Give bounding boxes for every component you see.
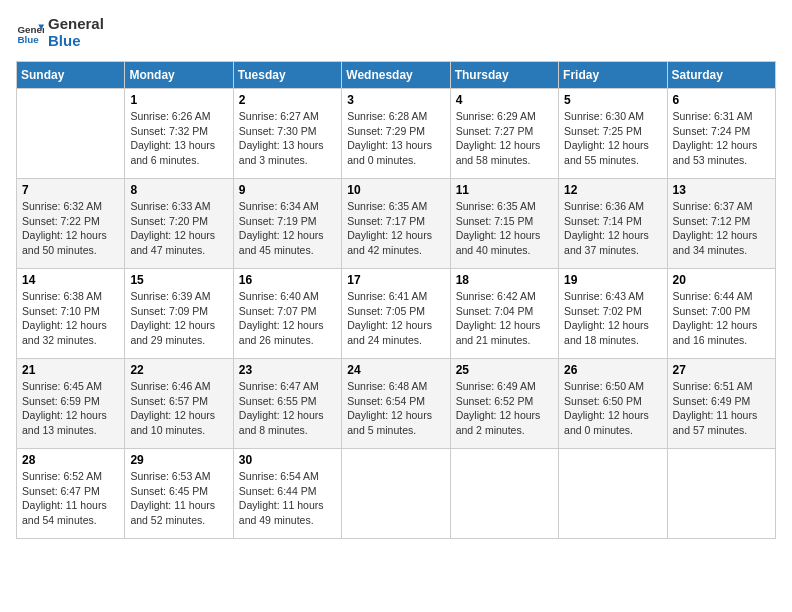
calendar-cell: 24Sunrise: 6:48 AMSunset: 6:54 PMDayligh… [342,359,450,449]
calendar-table: SundayMondayTuesdayWednesdayThursdayFrid… [16,61,776,539]
week-row-2: 7Sunrise: 6:32 AMSunset: 7:22 PMDaylight… [17,179,776,269]
day-number: 6 [673,93,770,107]
calendar-cell [667,449,775,539]
day-number: 10 [347,183,444,197]
cell-info: Sunrise: 6:33 AMSunset: 7:20 PMDaylight:… [130,199,227,258]
cell-info: Sunrise: 6:32 AMSunset: 7:22 PMDaylight:… [22,199,119,258]
calendar-cell: 21Sunrise: 6:45 AMSunset: 6:59 PMDayligh… [17,359,125,449]
day-number: 20 [673,273,770,287]
day-number: 19 [564,273,661,287]
cell-info: Sunrise: 6:31 AMSunset: 7:24 PMDaylight:… [673,109,770,168]
week-row-4: 21Sunrise: 6:45 AMSunset: 6:59 PMDayligh… [17,359,776,449]
calendar-cell: 19Sunrise: 6:43 AMSunset: 7:02 PMDayligh… [559,269,667,359]
cell-info: Sunrise: 6:30 AMSunset: 7:25 PMDaylight:… [564,109,661,168]
cell-info: Sunrise: 6:35 AMSunset: 7:15 PMDaylight:… [456,199,553,258]
cell-info: Sunrise: 6:36 AMSunset: 7:14 PMDaylight:… [564,199,661,258]
calendar-body: 1Sunrise: 6:26 AMSunset: 7:32 PMDaylight… [17,89,776,539]
calendar-cell [17,89,125,179]
day-number: 24 [347,363,444,377]
calendar-cell: 23Sunrise: 6:47 AMSunset: 6:55 PMDayligh… [233,359,341,449]
calendar-cell: 12Sunrise: 6:36 AMSunset: 7:14 PMDayligh… [559,179,667,269]
cell-info: Sunrise: 6:47 AMSunset: 6:55 PMDaylight:… [239,379,336,438]
cell-info: Sunrise: 6:29 AMSunset: 7:27 PMDaylight:… [456,109,553,168]
cell-info: Sunrise: 6:40 AMSunset: 7:07 PMDaylight:… [239,289,336,348]
header-row: SundayMondayTuesdayWednesdayThursdayFrid… [17,62,776,89]
day-number: 14 [22,273,119,287]
logo-blue: Blue [48,33,104,50]
calendar-cell [342,449,450,539]
calendar-cell: 14Sunrise: 6:38 AMSunset: 7:10 PMDayligh… [17,269,125,359]
calendar-cell: 3Sunrise: 6:28 AMSunset: 7:29 PMDaylight… [342,89,450,179]
calendar-cell [559,449,667,539]
calendar-cell: 30Sunrise: 6:54 AMSunset: 6:44 PMDayligh… [233,449,341,539]
cell-info: Sunrise: 6:44 AMSunset: 7:00 PMDaylight:… [673,289,770,348]
day-number: 11 [456,183,553,197]
day-number: 3 [347,93,444,107]
cell-info: Sunrise: 6:28 AMSunset: 7:29 PMDaylight:… [347,109,444,168]
day-number: 8 [130,183,227,197]
calendar-cell: 11Sunrise: 6:35 AMSunset: 7:15 PMDayligh… [450,179,558,269]
cell-info: Sunrise: 6:53 AMSunset: 6:45 PMDaylight:… [130,469,227,528]
calendar-cell: 13Sunrise: 6:37 AMSunset: 7:12 PMDayligh… [667,179,775,269]
cell-info: Sunrise: 6:52 AMSunset: 6:47 PMDaylight:… [22,469,119,528]
cell-info: Sunrise: 6:42 AMSunset: 7:04 PMDaylight:… [456,289,553,348]
day-number: 18 [456,273,553,287]
calendar-cell [450,449,558,539]
cell-info: Sunrise: 6:48 AMSunset: 6:54 PMDaylight:… [347,379,444,438]
svg-text:Blue: Blue [17,33,39,44]
calendar-cell: 20Sunrise: 6:44 AMSunset: 7:00 PMDayligh… [667,269,775,359]
cell-info: Sunrise: 6:26 AMSunset: 7:32 PMDaylight:… [130,109,227,168]
calendar-cell: 18Sunrise: 6:42 AMSunset: 7:04 PMDayligh… [450,269,558,359]
header-saturday: Saturday [667,62,775,89]
day-number: 21 [22,363,119,377]
cell-info: Sunrise: 6:27 AMSunset: 7:30 PMDaylight:… [239,109,336,168]
cell-info: Sunrise: 6:34 AMSunset: 7:19 PMDaylight:… [239,199,336,258]
day-number: 1 [130,93,227,107]
calendar-cell: 5Sunrise: 6:30 AMSunset: 7:25 PMDaylight… [559,89,667,179]
logo-icon: General Blue [16,19,44,47]
calendar-cell: 9Sunrise: 6:34 AMSunset: 7:19 PMDaylight… [233,179,341,269]
day-number: 22 [130,363,227,377]
header-wednesday: Wednesday [342,62,450,89]
cell-info: Sunrise: 6:45 AMSunset: 6:59 PMDaylight:… [22,379,119,438]
day-number: 17 [347,273,444,287]
logo: General Blue General Blue [16,16,104,49]
day-number: 29 [130,453,227,467]
day-number: 9 [239,183,336,197]
header-sunday: Sunday [17,62,125,89]
calendar-cell: 25Sunrise: 6:49 AMSunset: 6:52 PMDayligh… [450,359,558,449]
header-monday: Monday [125,62,233,89]
calendar-cell: 29Sunrise: 6:53 AMSunset: 6:45 PMDayligh… [125,449,233,539]
week-row-3: 14Sunrise: 6:38 AMSunset: 7:10 PMDayligh… [17,269,776,359]
calendar-cell: 27Sunrise: 6:51 AMSunset: 6:49 PMDayligh… [667,359,775,449]
day-number: 4 [456,93,553,107]
logo-general: General [48,16,104,33]
calendar-cell: 2Sunrise: 6:27 AMSunset: 7:30 PMDaylight… [233,89,341,179]
day-number: 15 [130,273,227,287]
day-number: 27 [673,363,770,377]
calendar-cell: 16Sunrise: 6:40 AMSunset: 7:07 PMDayligh… [233,269,341,359]
day-number: 13 [673,183,770,197]
calendar-cell: 10Sunrise: 6:35 AMSunset: 7:17 PMDayligh… [342,179,450,269]
calendar-cell: 17Sunrise: 6:41 AMSunset: 7:05 PMDayligh… [342,269,450,359]
day-number: 16 [239,273,336,287]
cell-info: Sunrise: 6:43 AMSunset: 7:02 PMDaylight:… [564,289,661,348]
day-number: 25 [456,363,553,377]
day-number: 30 [239,453,336,467]
calendar-cell: 15Sunrise: 6:39 AMSunset: 7:09 PMDayligh… [125,269,233,359]
cell-info: Sunrise: 6:51 AMSunset: 6:49 PMDaylight:… [673,379,770,438]
calendar-cell: 6Sunrise: 6:31 AMSunset: 7:24 PMDaylight… [667,89,775,179]
cell-info: Sunrise: 6:38 AMSunset: 7:10 PMDaylight:… [22,289,119,348]
calendar-cell: 8Sunrise: 6:33 AMSunset: 7:20 PMDaylight… [125,179,233,269]
day-number: 28 [22,453,119,467]
header-tuesday: Tuesday [233,62,341,89]
header-thursday: Thursday [450,62,558,89]
day-number: 5 [564,93,661,107]
calendar-cell: 28Sunrise: 6:52 AMSunset: 6:47 PMDayligh… [17,449,125,539]
calendar-cell: 7Sunrise: 6:32 AMSunset: 7:22 PMDaylight… [17,179,125,269]
cell-info: Sunrise: 6:37 AMSunset: 7:12 PMDaylight:… [673,199,770,258]
cell-info: Sunrise: 6:50 AMSunset: 6:50 PMDaylight:… [564,379,661,438]
week-row-5: 28Sunrise: 6:52 AMSunset: 6:47 PMDayligh… [17,449,776,539]
week-row-1: 1Sunrise: 6:26 AMSunset: 7:32 PMDaylight… [17,89,776,179]
calendar-cell: 4Sunrise: 6:29 AMSunset: 7:27 PMDaylight… [450,89,558,179]
